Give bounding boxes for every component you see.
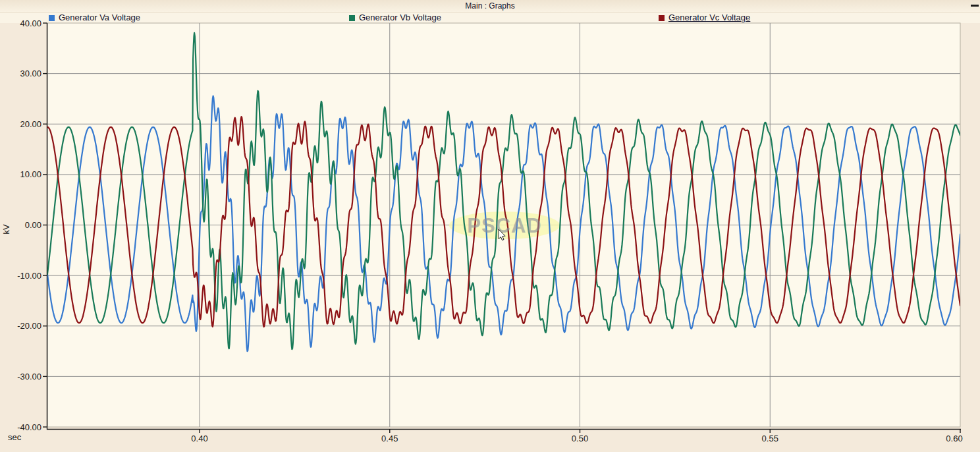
y-tick-label: 40.00: [20, 18, 41, 28]
y-axis-unit-label: kV: [1, 224, 11, 235]
y-tick-label: -30.00: [17, 372, 41, 381]
x-tick-label: 0.60: [946, 434, 962, 443]
x-tick-label: 0.50: [572, 434, 588, 443]
x-tick-label: 0.40: [191, 434, 207, 443]
pscad-watermark-text: PSCAD: [467, 214, 542, 237]
x-tick-label: 0.55: [762, 434, 778, 443]
y-tick-label: 10.00: [20, 169, 41, 179]
y-tick-label: 20.00: [20, 119, 41, 129]
y-tick-label: -20.00: [17, 321, 41, 331]
y-tick-label: 30.00: [20, 69, 41, 78]
y-tick-label: -40.00: [17, 422, 41, 432]
y-tick-label: -10.00: [17, 271, 41, 281]
x-tick-label: 0.45: [381, 434, 398, 443]
y-tick-label: 0.00: [25, 220, 41, 230]
x-axis-unit-label: sec: [8, 432, 22, 442]
graphs-window: Main : Graphs Generator Va VoltageGenera…: [0, 0, 980, 452]
chart-canvas[interactable]: 40.0030.0020.0010.000.00-10.00-20.00-30.…: [0, 0, 980, 452]
